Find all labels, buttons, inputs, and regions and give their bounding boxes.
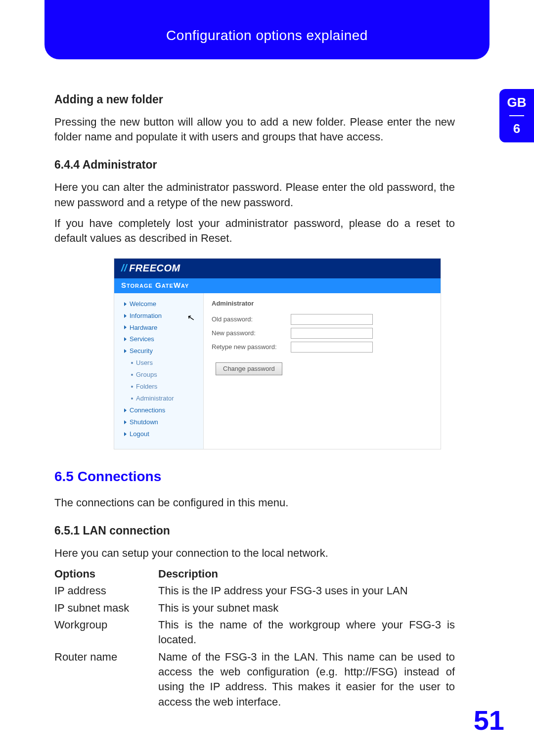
chevron-right-icon — [124, 408, 127, 412]
chevron-right-icon — [124, 420, 127, 424]
retype-password-input[interactable] — [291, 342, 373, 353]
side-tab: GB 6 — [499, 89, 534, 142]
sidebar-item-security[interactable]: Security — [114, 345, 203, 357]
options-header-desc: Description — [158, 567, 455, 581]
page-content: Adding a new folder Pressing the new but… — [54, 79, 455, 712]
sidebar-subitem-administrator[interactable]: Administrator — [114, 393, 203, 404]
sidebar-item-label: Security — [130, 347, 153, 356]
chevron-right-icon — [124, 302, 127, 306]
sidebar-item-label: Welcome — [130, 300, 156, 309]
side-tab-divider — [509, 115, 524, 116]
options-header-row: Options Description — [54, 567, 455, 581]
option-name: Workgroup — [54, 618, 158, 648]
paragraph: Here you can alter the administrator pas… — [54, 180, 455, 210]
paragraph: The connections can be configured in thi… — [54, 495, 455, 510]
sidebar-item-shutdown[interactable]: Shutdown — [114, 416, 203, 428]
old-password-label: Old password: — [212, 315, 291, 324]
chevron-right-icon — [124, 314, 127, 318]
option-name: IP subnet mask — [54, 601, 158, 616]
embedded-sidebar: Welcome Information Hardware Services Se… — [114, 293, 204, 449]
sidebar-subitem-folders[interactable]: Folders — [114, 381, 203, 393]
change-password-button[interactable]: Change password — [216, 362, 282, 375]
tagline-text: Storage GateWay — [121, 280, 189, 291]
chevron-right-icon — [124, 325, 127, 329]
sidebar-item-label: Connections — [130, 406, 165, 415]
dot-icon — [131, 374, 133, 376]
brand-slashes-icon: // — [121, 262, 127, 275]
paragraph: Pressing the new button will allow you t… — [54, 115, 455, 145]
option-name: Router name — [54, 650, 158, 710]
page-number: 51 — [474, 704, 504, 736]
table-row: IP subnet mask This is your subnet mask — [54, 601, 455, 616]
options-header-option: Options — [54, 567, 158, 581]
heading-adding-folder: Adding a new folder — [54, 92, 455, 108]
sidebar-item-label: Folders — [136, 382, 157, 391]
dot-icon — [131, 398, 133, 400]
table-row: Workgroup This is the name of the workgr… — [54, 618, 455, 648]
side-tab-lang: GB — [499, 95, 534, 110]
header-title: Configuration options explained — [166, 28, 368, 44]
sidebar-item-connections[interactable]: Connections — [114, 404, 203, 416]
dot-icon — [131, 362, 133, 364]
option-desc: This is the name of the workgroup where … — [158, 618, 455, 648]
table-row: IP address This is the IP address your F… — [54, 583, 455, 598]
sidebar-subitem-groups[interactable]: Groups — [114, 369, 203, 381]
embedded-panel: Administrator Old password: New password… — [204, 293, 441, 449]
sidebar-item-welcome[interactable]: Welcome — [114, 298, 203, 310]
header-banner: Configuration options explained — [44, 0, 490, 59]
dot-icon — [131, 386, 133, 388]
sidebar-subitem-users[interactable]: Users — [114, 357, 203, 369]
new-password-label: New password: — [212, 329, 291, 338]
sidebar-item-label: Logout — [130, 430, 149, 439]
options-table: Options Description IP address This is t… — [54, 567, 455, 710]
sidebar-item-label: Hardware — [130, 323, 157, 332]
heading-administrator: 6.4.4 Administrator — [54, 157, 455, 173]
tagline-bar: Storage GateWay — [114, 278, 441, 293]
side-tab-chapter: 6 — [499, 121, 534, 136]
sidebar-item-label: Administrator — [136, 394, 174, 403]
chevron-right-icon — [124, 337, 127, 341]
form-row-retype-password: Retype new password: — [212, 342, 433, 353]
option-desc: Name of the FSG-3 in the LAN. This name … — [158, 650, 455, 710]
paragraph: Here you can setup your connection to th… — [54, 546, 455, 561]
brand-name: FREECOM — [129, 262, 180, 275]
sidebar-item-label: Services — [130, 335, 154, 344]
form-row-new-password: New password: — [212, 328, 433, 339]
heading-lan-connection: 6.5.1 LAN connection — [54, 523, 455, 539]
sidebar-item-services[interactable]: Services — [114, 333, 203, 345]
paragraph: If you have completely lost your adminis… — [54, 216, 455, 246]
embedded-screenshot: // FREECOM Storage GateWay Welcome Infor… — [114, 258, 441, 449]
panel-title: Administrator — [212, 299, 433, 308]
brand-bar: // FREECOM — [114, 259, 441, 278]
option-desc: This is the IP address your FSG-3 uses i… — [158, 583, 455, 598]
option-name: IP address — [54, 583, 158, 598]
retype-password-label: Retype new password: — [212, 343, 291, 352]
sidebar-item-label: Groups — [136, 370, 157, 379]
form-row-old-password: Old password: — [212, 314, 433, 325]
heading-connections: 6.5 Connections — [54, 467, 455, 487]
chevron-right-icon — [124, 432, 127, 436]
sidebar-item-logout[interactable]: Logout — [114, 428, 203, 440]
table-row: Router name Name of the FSG-3 in the LAN… — [54, 650, 455, 710]
sidebar-item-label: Shutdown — [130, 418, 158, 427]
old-password-input[interactable] — [291, 314, 373, 325]
sidebar-item-label: Information — [130, 311, 162, 320]
sidebar-item-label: Users — [136, 358, 153, 367]
new-password-input[interactable] — [291, 328, 373, 339]
chevron-right-icon — [124, 349, 127, 353]
option-desc: This is your subnet mask — [158, 601, 455, 616]
